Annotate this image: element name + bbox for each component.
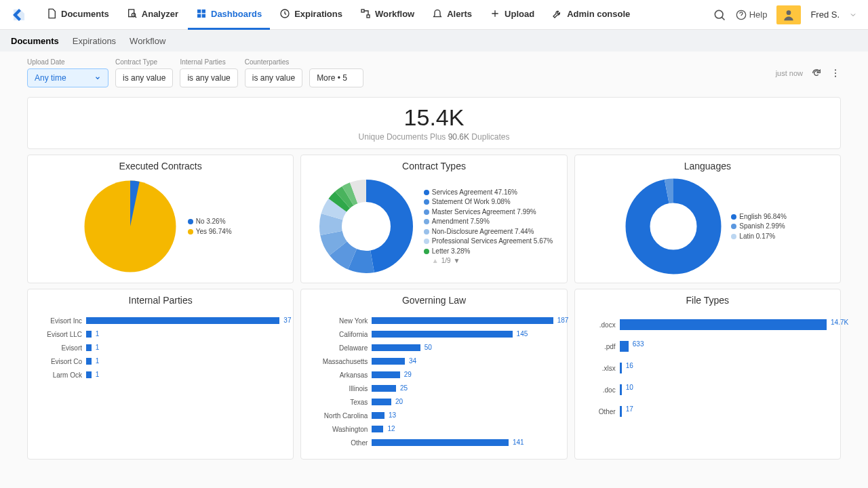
bar-track: 16 <box>620 363 827 373</box>
legend-item[interactable]: Statement Of Work 9.08% <box>424 198 553 206</box>
filter-counterparties-pill[interactable]: is any value <box>245 68 302 87</box>
nav-analyzer[interactable]: Analyzer <box>119 0 186 30</box>
legend-dot-icon <box>424 209 429 215</box>
bar-value: 10 <box>623 384 633 391</box>
internal-parties-card: Internal Parties Evisort Inc37Evisort LL… <box>27 289 294 460</box>
bar-row[interactable]: North Carolina13 <box>315 410 553 421</box>
subnav-documents[interactable]: Documents <box>11 36 59 46</box>
svg-point-9 <box>715 10 723 18</box>
legend-item[interactable]: No 3.26% <box>188 218 242 226</box>
bar-track: 14.7K <box>620 319 827 330</box>
card-title: Languages <box>583 161 832 171</box>
nav-workflow[interactable]: Workflow <box>352 0 422 30</box>
legend-text: English 96.84% <box>739 213 787 221</box>
chevron-down-icon[interactable] <box>849 11 857 19</box>
legend-item[interactable]: Professional Services Agreement 5.67% <box>424 237 553 245</box>
filter-counterparties: Counterparties is any value <box>245 58 302 87</box>
filter-internal-parties-pill[interactable]: is any value <box>180 68 237 87</box>
nav-upload[interactable]: Upload <box>481 0 542 30</box>
refresh-icon[interactable] <box>811 68 822 79</box>
legend-item[interactable]: English 96.84% <box>731 213 792 221</box>
contract-types-donut <box>315 176 417 277</box>
bar-fill <box>372 399 391 405</box>
bar-row[interactable]: .doc10 <box>589 380 827 399</box>
legend-item[interactable]: Master Services Agreement 7.99% <box>424 208 553 216</box>
filter-contract-type-pill[interactable]: is any value <box>115 68 173 87</box>
nav-label: Analyzer <box>142 9 178 19</box>
legend-item[interactable]: Yes 96.74% <box>188 228 242 236</box>
subnav-expirations[interactable]: Expirations <box>73 36 116 46</box>
filter-upload-date-pill[interactable]: Any time <box>27 68 108 87</box>
nav-documents[interactable]: Documents <box>38 0 117 30</box>
legend-item[interactable]: Latin 0.17% <box>731 232 792 241</box>
bar-row[interactable]: New York187 <box>315 315 553 326</box>
subnav-workflow[interactable]: Workflow <box>130 36 165 46</box>
nav-alerts[interactable]: Alerts <box>424 0 480 30</box>
legend-dot-icon <box>188 219 193 224</box>
card-title: Contract Types <box>309 161 558 171</box>
brand-logo[interactable] <box>11 7 27 23</box>
filter-upload-date: Upload Date Any time <box>27 58 108 87</box>
more-menu-icon[interactable] <box>830 68 841 79</box>
help-button[interactable]: Help <box>736 9 768 20</box>
bar-row[interactable]: .pdf633 <box>589 337 827 356</box>
bar-track: 12 <box>372 426 553 432</box>
kpi-value: 15.4K <box>35 104 833 131</box>
bar-label: Evisort LLC <box>41 331 82 338</box>
kpi-dup: 90.6K <box>448 132 469 142</box>
bar-row[interactable]: Evisort1 <box>41 342 279 353</box>
bar-row[interactable]: Larm Ock1 <box>41 369 279 380</box>
bar-fill <box>86 317 279 324</box>
svg-rect-5 <box>202 14 205 18</box>
avatar-icon <box>782 8 795 22</box>
bar-fill <box>372 439 509 446</box>
bar-row[interactable]: Evisort Co1 <box>41 356 279 367</box>
bar-row[interactable]: Evisort Inc37 <box>41 315 279 326</box>
bar-row[interactable]: Massachusetts34 <box>315 356 553 367</box>
bar-row[interactable]: California145 <box>315 329 553 340</box>
bar-track: 1 <box>86 331 279 338</box>
dashboard-icon <box>196 8 207 19</box>
filter-label <box>309 58 363 66</box>
bar-value: 37 <box>281 317 291 324</box>
bar-row[interactable]: Illinois25 <box>315 383 553 394</box>
bar-fill <box>372 426 383 432</box>
bar-row[interactable]: Evisort LLC1 <box>41 329 279 340</box>
kpi-subtitle: Unique Documents Plus 90.6K Duplicates <box>35 132 833 142</box>
nav-expirations[interactable]: Expirations <box>271 0 351 30</box>
user-menu[interactable] <box>776 5 801 24</box>
bar-track: 633 <box>620 341 827 352</box>
bar-row[interactable]: Other17 <box>589 402 827 421</box>
legend-item[interactable]: Letter 3.28% <box>424 247 553 256</box>
bar-row[interactable]: Arkansas29 <box>315 369 553 380</box>
bar-row[interactable]: Other141 <box>315 437 553 448</box>
bar-track: 1 <box>86 344 279 351</box>
legend-item[interactable]: Spanish 2.99% <box>731 222 792 230</box>
card-title: Governing Law <box>309 295 558 306</box>
legend-item[interactable]: Services Agreement 47.16% <box>424 188 553 197</box>
svg-point-13 <box>835 72 836 73</box>
bar-fill <box>620 341 629 352</box>
legend-item[interactable]: Non-Disclosure Agreement 7.44% <box>424 228 553 236</box>
bar-row[interactable]: .xlsx16 <box>589 359 827 378</box>
bar-fill <box>620 384 622 395</box>
filter-more-pill[interactable]: More • 5 <box>309 68 363 87</box>
legend-text: Master Services Agreement 7.99% <box>432 208 536 216</box>
bar-row[interactable]: Washington12 <box>315 424 553 434</box>
nav-admin[interactable]: Admin console <box>544 0 638 30</box>
bar-row[interactable]: Texas20 <box>315 396 553 407</box>
bar-row[interactable]: Delaware50 <box>315 342 553 353</box>
legend-item[interactable]: Amendment 7.59% <box>424 218 553 226</box>
legend-pager[interactable]: ▲1/9▼ <box>432 257 553 264</box>
bar-track: 145 <box>372 331 553 338</box>
nav-label: Workflow <box>375 9 414 19</box>
nav-dashboards[interactable]: Dashboards <box>188 0 270 30</box>
svg-rect-7 <box>361 9 364 12</box>
bar-row[interactable]: .docx14.7K <box>589 315 827 334</box>
help-icon <box>736 9 747 20</box>
filter-value: is any value <box>123 73 165 83</box>
bar-track: 17 <box>620 406 827 417</box>
search-icon[interactable] <box>713 8 726 22</box>
bar-track: 1 <box>86 371 279 378</box>
legend-text: Amendment 7.59% <box>432 218 490 226</box>
